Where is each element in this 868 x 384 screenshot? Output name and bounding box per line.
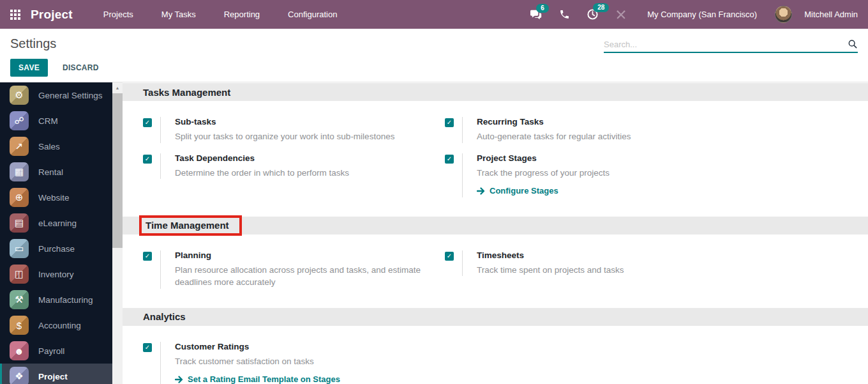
sidebar-item-elearning[interactable]: ▤ eLearning — [0, 210, 112, 236]
save-button[interactable]: SAVE — [10, 59, 48, 77]
sidebar-item-label: eLearning — [38, 219, 77, 228]
settings-content: Tasks Management ✓ Sub-tasks Split your … — [123, 82, 868, 384]
sidebar-item-label: CRM — [38, 116, 58, 126]
sidebar-item-label: Inventory — [38, 270, 74, 279]
settings-body: ⚙ General Settings ☍ CRM ↗ Sales ▦ Renta… — [0, 82, 868, 384]
setting-recurring-tasks: ✓ Recurring Tasks Auto-generate tasks fo… — [445, 117, 747, 143]
apps-menu-icon[interactable] — [10, 10, 20, 20]
setting-description: Track time spent on projects and tasks — [477, 264, 624, 277]
customer-ratings-checkbox[interactable]: ✓ — [143, 343, 152, 352]
action-buttons: SAVE DISCARD — [0, 51, 868, 77]
section-header-tasks-management: Tasks Management — [123, 83, 868, 101]
setting-description: Track customer satisfaction on tasks — [175, 355, 340, 368]
sidebar-item-label: Rental — [38, 167, 63, 177]
scrollbar-thumb[interactable] — [112, 93, 123, 248]
setting-title: Project Stages — [477, 153, 610, 163]
user-avatar[interactable] — [775, 6, 792, 23]
activities-badge: 28 — [593, 3, 609, 12]
top-menu: Projects My Tasks Reporting Configuratio… — [92, 1, 349, 27]
section-title: Time Management — [146, 220, 229, 231]
sidebar-item-crm[interactable]: ☍ CRM — [0, 108, 112, 134]
person-icon: ☻ — [10, 341, 29, 360]
timesheets-checkbox[interactable]: ✓ — [445, 252, 454, 261]
menu-projects[interactable]: Projects — [92, 1, 145, 27]
sidebar-item-label: Payroll — [38, 346, 64, 356]
time-management-settings: ✓ Planning Plan resource allocation acro… — [123, 234, 868, 308]
wrench-icon: ⚒ — [10, 290, 29, 309]
menu-configuration[interactable]: Configuration — [276, 1, 348, 27]
sub-tasks-checkbox[interactable]: ✓ — [143, 118, 152, 127]
setting-title: Sub-tasks — [175, 117, 394, 127]
top-navbar: Project Projects My Tasks Reporting Conf… — [0, 0, 868, 29]
sidebar-item-rental[interactable]: ▦ Rental — [0, 159, 112, 185]
setting-description: Determine the order in which to perform … — [175, 167, 349, 180]
sidebar-item-inventory[interactable]: ◫ Inventory — [0, 261, 112, 287]
sidebar-item-label: Accounting — [38, 321, 81, 330]
presentation-icon: ▤ — [10, 213, 29, 233]
sidebar-item-payroll[interactable]: ☻ Payroll — [0, 338, 112, 364]
messages-badge: 6 — [536, 4, 549, 13]
sidebar-item-general-settings[interactable]: ⚙ General Settings — [0, 82, 112, 108]
menu-reporting[interactable]: Reporting — [213, 1, 271, 27]
app-name[interactable]: Project — [31, 8, 73, 22]
gear-icon: ⚙ — [10, 86, 29, 105]
setting-title: Customer Ratings — [175, 342, 340, 351]
recurring-tasks-checkbox[interactable]: ✓ — [445, 118, 454, 127]
credit-card-icon: ▭ — [10, 239, 29, 258]
setting-planning: ✓ Planning Plan resource allocation acro… — [143, 250, 445, 289]
sidebar-item-label: Manufacturing — [38, 295, 93, 305]
menu-my-tasks[interactable]: My Tasks — [150, 1, 207, 27]
setting-sub-tasks: ✓ Sub-tasks Split your tasks to organize… — [143, 117, 445, 143]
sidebar-item-label: General Settings — [38, 91, 103, 100]
setting-description: Auto-generate tasks for regular activiti… — [477, 130, 631, 143]
sidebar-item-label: Website — [38, 193, 70, 203]
arrow-right-icon — [477, 187, 485, 195]
search-icon[interactable] — [848, 39, 858, 49]
puzzle-icon: ❖ — [10, 367, 29, 384]
analytics-settings: ✓ Customer Ratings Track customer satisf… — [123, 326, 868, 384]
setting-title: Planning — [175, 250, 428, 260]
sidebar-item-sales[interactable]: ↗ Sales — [0, 134, 112, 159]
sidebar-item-purchase[interactable]: ▭ Purchase — [0, 236, 112, 261]
discard-button[interactable]: DISCARD — [54, 59, 107, 77]
sidebar-item-label: Sales — [38, 142, 60, 151]
scrollbar-up-arrow[interactable]: ▲ — [112, 82, 123, 93]
tools-icon[interactable] — [610, 6, 632, 23]
tasks-management-settings: ✓ Sub-tasks Split your tasks to organize… — [123, 101, 868, 217]
setting-description: Plan resource allocation across projects… — [175, 264, 428, 289]
section-title: Analytics — [143, 311, 186, 322]
planning-checkbox[interactable]: ✓ — [143, 252, 152, 261]
link-label: Set a Rating Email Template on Stages — [188, 374, 340, 384]
setting-title: Recurring Tasks — [477, 117, 631, 127]
sidebar-item-manufacturing[interactable]: ⚒ Manufacturing — [0, 287, 112, 312]
sidebar-item-accounting[interactable]: $ Accounting — [0, 312, 112, 338]
invoice-icon: $ — [10, 316, 29, 335]
link-label: Configure Stages — [490, 186, 558, 196]
setting-title: Timesheets — [477, 250, 624, 260]
setting-timesheets: ✓ Timesheets Track time spent on project… — [445, 250, 747, 277]
project-stages-checkbox[interactable]: ✓ — [445, 155, 454, 164]
messages-icon[interactable]: 6 — [525, 6, 548, 23]
sidebar-item-label: Project — [38, 372, 68, 381]
user-menu[interactable]: Mitchell Admin — [804, 10, 858, 19]
rating-email-template-link[interactable]: Set a Rating Email Template on Stages — [175, 374, 340, 384]
sidebar-item-project[interactable]: ❖ Project — [0, 364, 112, 384]
control-panel: Settings SAVE DISCARD — [0, 29, 868, 82]
search-bar — [604, 39, 858, 53]
search-input[interactable] — [604, 40, 848, 49]
sidebar-item-label: Purchase — [38, 244, 75, 254]
setting-task-dependencies: ✓ Task Dependencies Determine the order … — [143, 153, 445, 180]
configure-stages-link[interactable]: Configure Stages — [477, 186, 558, 196]
activities-clock-icon[interactable]: 28 — [581, 6, 604, 23]
setting-project-stages: ✓ Project Stages Track the progress of y… — [445, 153, 747, 197]
calculator-icon: ▦ — [10, 162, 29, 181]
sidebar-item-website[interactable]: ⊕ Website — [0, 185, 112, 210]
red-annotation-box: Time Management — [139, 215, 242, 236]
setting-title: Task Dependencies — [175, 153, 349, 163]
task-dependencies-checkbox[interactable]: ✓ — [143, 155, 152, 164]
topbar-right: 6 28 My Company (San Francisco) Mitchell… — [525, 6, 858, 23]
vertical-scrollbar[interactable]: ▲ — [112, 82, 123, 384]
phone-icon[interactable] — [554, 6, 575, 22]
setting-customer-ratings: ✓ Customer Ratings Track customer satisf… — [143, 342, 445, 384]
company-switcher[interactable]: My Company (San Francisco) — [647, 10, 757, 19]
